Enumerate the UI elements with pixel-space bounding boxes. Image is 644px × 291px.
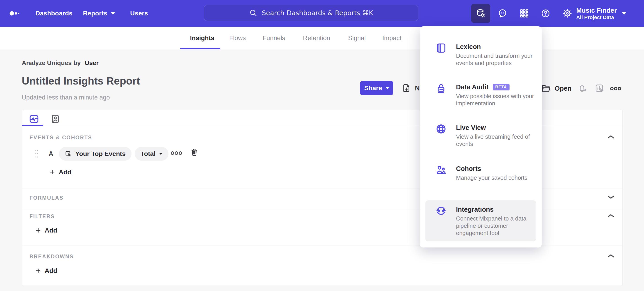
tab-label: Signal	[348, 34, 366, 42]
event-picker-icon	[65, 150, 72, 157]
tab-signal[interactable]: Signal	[348, 27, 366, 49]
create-alert-button[interactable]	[578, 83, 588, 93]
project-name: Music Finder	[576, 6, 617, 14]
tab-label: Insights	[190, 34, 214, 42]
top-nav: Dashboards Reports Users Search Dashboar…	[0, 0, 644, 27]
add-breakdown-button[interactable]: Add	[35, 267, 57, 275]
plus-icon	[49, 169, 55, 175]
nav-link-reports[interactable]: Reports	[83, 0, 115, 27]
event-select-button[interactable]: Your Top Events	[59, 147, 132, 161]
menu-item-title: Lexicon	[456, 43, 481, 51]
menu-item-title: Cohorts	[456, 165, 481, 173]
chevron-down-icon	[111, 12, 115, 15]
report-updated-timestamp: Updated less than a minute ago	[22, 94, 110, 101]
data-audit-lock-icon	[436, 83, 446, 94]
tab-label: Flows	[229, 34, 246, 42]
more-options-icon	[610, 87, 621, 91]
chevron-up-icon	[607, 214, 615, 218]
menu-item-description: Document and transform your events and p…	[456, 52, 536, 67]
profiles-tab[interactable]	[50, 113, 61, 125]
bell-plus-icon	[578, 83, 588, 93]
nav-link-label: Dashboards	[35, 10, 72, 17]
event-row-more-button[interactable]	[170, 151, 182, 155]
cohorts-people-icon	[436, 165, 446, 175]
nav-link-dashboards[interactable]: Dashboards	[35, 0, 72, 27]
lexicon-book-icon	[436, 43, 446, 53]
add-chart-icon	[594, 83, 604, 93]
delete-event-button[interactable]	[190, 148, 198, 157]
events-metrics-tab[interactable]	[28, 113, 40, 125]
expand-formulas-button[interactable]	[607, 195, 615, 199]
menu-item-description: View a live streaming feed of events	[456, 133, 540, 148]
settings-gear-icon	[562, 8, 572, 18]
menu-item-title: Integrations	[456, 205, 494, 214]
aggregation-select-button[interactable]: Total	[135, 147, 168, 161]
apps-grid-button[interactable]	[515, 4, 534, 23]
chevron-up-icon	[607, 254, 615, 258]
event-name-label: Your Top Events	[75, 150, 126, 158]
folder-open-icon	[541, 83, 551, 93]
analyze-control: Analyze Uniques by User	[22, 59, 99, 67]
data-management-icon	[476, 8, 486, 18]
chevron-down-icon	[386, 87, 389, 89]
integrations-sync-icon	[436, 205, 446, 216]
project-selector[interactable]: Music Finder All Project Data	[576, 0, 626, 27]
add-label: Add	[45, 227, 57, 234]
add-event-button[interactable]: Add	[49, 168, 71, 176]
project-scope: All Project Data	[576, 14, 617, 20]
tab-impact[interactable]: Impact	[382, 27, 401, 49]
plus-icon	[35, 268, 41, 274]
section-filters-label: FILTERS	[30, 214, 55, 220]
mixpanel-logo-icon[interactable]	[10, 11, 20, 16]
beta-badge: BETA	[493, 84, 510, 90]
plus-icon	[35, 227, 41, 234]
feedback-icon	[498, 8, 507, 18]
settings-button[interactable]	[558, 4, 577, 23]
add-filter-button[interactable]: Add	[35, 227, 57, 234]
collapse-events-button[interactable]	[607, 135, 615, 139]
share-button[interactable]: Share	[360, 81, 393, 95]
apps-grid-icon	[520, 8, 529, 18]
data-management-button[interactable]	[471, 4, 490, 23]
search-input[interactable]: Search Dashboards & Reports ⌘K	[204, 5, 418, 21]
chevron-down-icon	[622, 12, 626, 15]
profile-card-icon	[50, 114, 60, 124]
menu-item-title: Data Audit	[456, 83, 489, 91]
add-label: Add	[45, 267, 57, 275]
collapse-breakdowns-button[interactable]	[607, 254, 615, 258]
analyze-value-dropdown[interactable]: User	[85, 59, 99, 67]
active-tab-underline	[180, 48, 220, 49]
series-letter: A	[49, 150, 53, 157]
nav-link-users[interactable]: Users	[130, 0, 148, 27]
menu-item-description: Connect Mixpanel to a data pipeline or c…	[456, 215, 528, 237]
help-button[interactable]	[536, 4, 555, 23]
caret-down-icon	[159, 153, 162, 155]
trash-icon	[190, 148, 198, 157]
share-label: Share	[364, 84, 382, 92]
tab-funnels[interactable]: Funnels	[262, 27, 285, 49]
collapse-filters-button[interactable]	[607, 214, 615, 218]
report-title[interactable]: Untitled Insights Report	[22, 75, 140, 87]
chevron-up-icon	[607, 135, 615, 139]
add-to-dashboard-button[interactable]	[594, 83, 604, 93]
section-formulas-label: FORMULAS	[30, 195, 64, 201]
report-tab-bar: Insights Flows Funnels Retention Signal …	[0, 27, 644, 49]
section-events-cohorts-label: EVENTS & COHORTS	[30, 135, 92, 141]
tab-label: Funnels	[262, 34, 285, 42]
drag-handle-icon[interactable]	[35, 148, 38, 159]
tab-retention[interactable]: Retention	[303, 27, 330, 49]
tab-insights[interactable]: Insights	[190, 27, 214, 49]
menu-item-title: Live View	[456, 123, 486, 132]
open-report-button[interactable]: Open	[541, 83, 572, 93]
analyze-label: Analyze Uniques by	[22, 59, 81, 67]
tab-flows[interactable]: Flows	[229, 27, 246, 49]
more-options-icon	[170, 151, 182, 155]
section-breakdowns-label: BREAKDOWNS	[30, 254, 74, 260]
more-options-button[interactable]	[610, 87, 621, 91]
feedback-button[interactable]	[493, 4, 512, 23]
tab-label: Impact	[382, 34, 401, 42]
menu-item-description: View possible issues with your implement…	[456, 92, 540, 107]
document-plus-icon	[402, 83, 411, 93]
nav-link-label: Users	[130, 10, 148, 17]
help-icon	[541, 8, 550, 18]
